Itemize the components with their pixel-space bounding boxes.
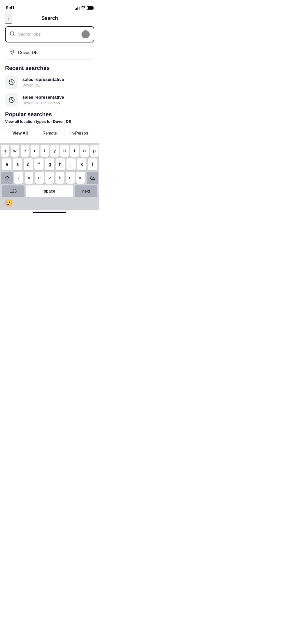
signal-icon (75, 6, 79, 10)
status-icons (75, 6, 93, 10)
recent-search-info-1: sales representative Dover, DE (22, 77, 64, 87)
key-n[interactable]: n (66, 172, 75, 184)
key-z[interactable]: z (14, 172, 23, 184)
key-s[interactable]: s (13, 158, 22, 170)
status-bar: 9:41 (0, 0, 99, 12)
keyboard-row-3: z x c v b n m (1, 172, 98, 184)
svg-line-1 (13, 35, 15, 36)
wifi-icon (81, 6, 85, 10)
filter-tabs: View All Remote In-Person (5, 128, 94, 139)
history-icon-1 (5, 76, 18, 89)
popular-searches-title: Popular searches (5, 111, 94, 118)
back-button[interactable]: ‹ (5, 13, 12, 24)
recent-search-title-2: sales representative (22, 95, 64, 100)
key-u[interactable]: u (60, 145, 69, 157)
recent-search-title-1: sales representative (22, 77, 64, 82)
home-indicator (0, 210, 99, 215)
shift-key[interactable] (1, 172, 13, 184)
search-icon (10, 31, 15, 38)
key-x[interactable]: x (25, 172, 34, 184)
tab-in-person[interactable]: In-Person (64, 128, 94, 139)
key-t[interactable]: t (40, 145, 49, 157)
key-r[interactable]: r (31, 145, 39, 157)
tab-remote[interactable]: Remote (35, 128, 64, 139)
key-y[interactable]: y (50, 145, 59, 157)
key-g[interactable]: g (45, 158, 54, 170)
keyboard-emoji-row: 🙂 (1, 197, 98, 209)
key-e[interactable]: e (21, 145, 29, 157)
key-w[interactable]: w (11, 145, 19, 157)
status-time: 9:41 (6, 5, 15, 10)
key-k[interactable]: k (77, 158, 86, 170)
delete-key[interactable] (87, 172, 98, 184)
home-bar (33, 212, 66, 213)
key-h[interactable]: h (56, 158, 65, 170)
recent-search-item-1[interactable]: sales representative Dover, DE (5, 76, 94, 89)
keyboard: q w e r t y u i o p a s d f g h j k l z … (0, 143, 99, 210)
popular-searches-subtitle: View all location types for Dover, DE (5, 119, 94, 124)
battery-icon (87, 6, 93, 10)
key-c[interactable]: c (35, 172, 44, 184)
header: ‹ Search (0, 12, 99, 24)
emoji-key[interactable]: 🙂 (4, 199, 12, 207)
key-v[interactable]: v (45, 172, 54, 184)
keyboard-row-1: q w e r t y u i o p (1, 145, 98, 157)
keyboard-bottom-row: 123 space next (1, 185, 98, 197)
recent-search-info-2: sales representative Dover, DE • In-Pers… (22, 95, 64, 105)
key-a[interactable]: a (2, 158, 11, 170)
page-title: Search (42, 15, 58, 21)
next-key[interactable]: next (75, 185, 97, 197)
search-area: Dover, DE (0, 24, 99, 60)
space-key[interactable]: space (26, 185, 73, 197)
key-b[interactable]: b (56, 172, 64, 184)
popular-searches-section: Popular searches View all location types… (0, 111, 99, 124)
history-icon-2 (5, 93, 18, 107)
recent-search-subtitle-1: Dover, DE (22, 83, 64, 87)
svg-marker-5 (5, 176, 9, 180)
keyboard-row-2: a s d f g h j k l (1, 158, 98, 170)
key-o[interactable]: o (80, 145, 89, 157)
recent-searches-section: Recent searches sales representative Dov… (0, 65, 99, 107)
location-text: Dover, DE (18, 50, 38, 55)
search-input[interactable] (18, 32, 82, 37)
recent-searches-title: Recent searches (5, 65, 94, 71)
key-l[interactable]: l (88, 158, 97, 170)
numbers-key[interactable]: 123 (2, 185, 24, 197)
location-container[interactable]: Dover, DE (5, 46, 94, 60)
location-pin-icon (9, 49, 15, 56)
search-input-container[interactable] (5, 26, 94, 42)
key-q[interactable]: q (1, 145, 9, 157)
key-f[interactable]: f (34, 158, 44, 170)
voice-button[interactable] (82, 30, 90, 38)
recent-search-subtitle-2: Dover, DE • In-Person (22, 101, 64, 105)
key-j[interactable]: j (66, 158, 76, 170)
recent-search-item-2[interactable]: sales representative Dover, DE • In-Pers… (5, 93, 94, 107)
key-i[interactable]: i (70, 145, 79, 157)
key-p[interactable]: p (90, 145, 99, 157)
svg-point-2 (12, 51, 13, 52)
tab-view-all[interactable]: View All (5, 128, 35, 139)
key-m[interactable]: m (76, 172, 85, 184)
key-d[interactable]: d (24, 158, 33, 170)
